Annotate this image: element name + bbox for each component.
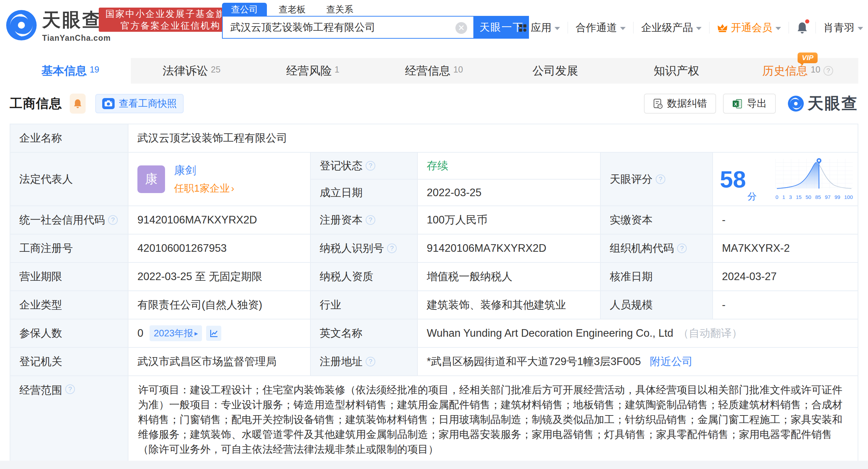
brand-domain: TianYanCha.com <box>42 34 111 43</box>
field-label-insured-count: 参保人数 <box>10 319 128 348</box>
field-value-taxpayer-id: 91420106MA7KXYRX2D <box>418 234 601 263</box>
tianyancha-logo[interactable]: 天眼查 TianYanCha.com <box>6 8 111 43</box>
field-label-paid-capital: 实缴资本 <box>601 206 713 234</box>
field-label-english-name: 英文名称 <box>311 319 418 348</box>
score-curve <box>775 158 853 191</box>
field-value-approval-date: 2024-03-27 <box>713 263 858 291</box>
tab-operating-info[interactable]: 经营信息 10 <box>373 58 494 84</box>
svg-text:X: X <box>734 101 737 106</box>
legal-rep-name-link[interactable]: 康剑 <box>174 163 234 178</box>
tab-count: 19 <box>90 65 99 75</box>
help-icon[interactable]: ? <box>366 357 375 366</box>
topbar: 天眼查 TianYanCha.com 国家中小企业发展子基金旗下 官方备案企业征… <box>0 0 868 58</box>
score-axis-labels: 0131550859799100 <box>775 194 853 200</box>
tab-history-info[interactable]: VIP 历史信息 10 ? <box>737 58 858 84</box>
notifications-button[interactable] <box>797 21 808 34</box>
camera-icon <box>102 98 115 109</box>
nav-user-menu[interactable]: 肖青羽 <box>823 21 863 35</box>
tab-basic-info[interactable]: 基本信息 19 <box>10 58 131 84</box>
tab-count: 25 <box>211 65 221 75</box>
help-icon[interactable]: ? <box>656 174 665 184</box>
help-icon[interactable]: ? <box>677 243 687 253</box>
search-tab-relation[interactable]: 查关系 <box>317 3 362 16</box>
field-value-tyc-score: 58 分 <box>713 153 858 206</box>
trend-chart-icon[interactable] <box>206 326 221 341</box>
field-label-reg-capital: 注册资本? <box>311 206 418 234</box>
search-tab-boss[interactable]: 查老板 <box>270 3 315 16</box>
company-section-tabs: 基本信息 19 法律诉讼 25 经营风险 1 经营信息 10 公司发展 知识产权… <box>10 58 858 84</box>
annual-report-badge[interactable]: 2023年报▸ <box>150 325 202 341</box>
search-input[interactable] <box>223 17 473 38</box>
help-icon[interactable]: ? <box>366 215 375 225</box>
tab-count: 10 <box>811 65 820 75</box>
nav-open-vip[interactable]: 开通会员 <box>717 21 781 35</box>
tab-operating-risk[interactable]: 经营风险 1 <box>252 58 373 84</box>
search-box: ✕ <box>222 16 474 39</box>
field-label-business-scope: 经营范围? <box>10 376 128 463</box>
score-value: 58 <box>720 168 746 191</box>
nav-enterprise-products[interactable]: 企业级产品 <box>641 21 702 35</box>
divider <box>568 22 568 34</box>
search-tab-company[interactable]: 查公司 <box>222 3 267 16</box>
data-correction-button[interactable]: 数据纠错 <box>644 94 716 114</box>
field-label-legal-rep: 法定代表人 <box>10 153 128 206</box>
field-value-business-scope: 许可项目：建设工程设计；住宅室内装饰装修（依法须经批准的项目，经相关部门批准后方… <box>128 376 858 463</box>
field-label-reg-number: 工商注册号 <box>10 234 128 263</box>
field-label-reg-address: 注册地址? <box>311 348 418 376</box>
nav-apps[interactable]: 应用 <box>518 21 560 35</box>
legal-rep-avatar[interactable]: 康 <box>137 165 165 193</box>
field-label-taxpayer-quality: 纳税人资质 <box>311 263 418 291</box>
field-label-tyc-score: 天眼评分? <box>601 153 713 206</box>
field-value-staff-size: - <box>713 291 858 319</box>
field-value-company-type: 有限责任公司(自然人独资) <box>128 291 311 319</box>
footer-strip <box>0 461 868 469</box>
divider <box>633 22 634 34</box>
triangle-right-icon: ▸ <box>194 329 198 337</box>
score-unit: 分 <box>748 190 757 205</box>
apps-grid-icon <box>518 23 528 32</box>
field-value-business-term: 2022-03-25 至 无固定期限 <box>128 263 311 291</box>
help-icon[interactable]: ? <box>65 384 75 394</box>
help-icon[interactable]: ? <box>387 243 397 253</box>
field-value-reg-authority: 武汉市武昌区市场监督管理局 <box>128 348 311 376</box>
tianyancha-logo-icon <box>788 95 804 112</box>
clear-search-icon[interactable]: ✕ <box>455 22 467 34</box>
nav-partner-channel[interactable]: 合作通道 <box>576 21 626 35</box>
subscribe-bell-button[interactable] <box>70 94 86 114</box>
nearby-companies-link[interactable]: 附近公司 <box>650 354 693 369</box>
top-navigation: 应用 合作通道 企业级产品 开通会员 <box>518 18 863 37</box>
field-value-english-name: Wuhan Yunding Art Decoration Engineering… <box>418 319 858 348</box>
chevron-down-icon <box>620 27 626 30</box>
certification-badge: 国家中小企业发展子基金旗下 官方备案企业征信机构 <box>99 8 242 32</box>
notification-dot <box>805 19 809 23</box>
field-label-establish-date: 成立日期 <box>311 180 418 206</box>
correction-doc-icon <box>653 98 663 109</box>
export-button[interactable]: X 导出 <box>723 94 776 114</box>
field-label-staff-size: 人员规模 <box>601 291 713 319</box>
divider <box>789 22 789 34</box>
section-header: 工商信息 查看工商快照 <box>10 93 858 115</box>
help-icon[interactable]: ? <box>108 215 118 225</box>
view-snapshot-button[interactable]: 查看工商快照 <box>95 94 184 113</box>
tianyancha-logo-icon <box>6 9 37 41</box>
tianyancha-watermark: 天眼查 <box>788 93 858 114</box>
field-value-org-code: MA7KXYRX-2 <box>713 234 858 263</box>
help-icon[interactable]: ? <box>366 161 375 171</box>
chevron-right-icon: › <box>231 183 234 194</box>
field-value-company-name: 武汉云顶艺设装饰工程有限公司 <box>128 124 858 153</box>
username: 肖青羽 <box>823 21 855 35</box>
field-value-reg-number: 420106001267953 <box>128 234 311 263</box>
field-label-business-term: 营业期限 <box>10 263 128 291</box>
tab-legal-litigation[interactable]: 法律诉讼 25 <box>131 58 252 84</box>
field-label-taxpayer-id: 纳税人识别号? <box>311 234 418 263</box>
legal-rep-companies-link[interactable]: 任职1家企业› <box>174 182 234 195</box>
tab-intellectual-property[interactable]: 知识产权 <box>616 58 737 84</box>
tab-company-development[interactable]: 公司发展 <box>495 58 616 84</box>
certification-line2: 官方备案企业征信机构 <box>120 20 221 31</box>
field-value-establish-date: 2022-03-25 <box>418 180 601 206</box>
help-icon[interactable]: ? <box>823 66 833 76</box>
bell-icon <box>73 98 82 109</box>
field-value-reg-address: *武昌区杨园街道和平大道729号1幢3层3F005 附近公司 <box>418 348 858 376</box>
field-value-taxpayer-quality: 增值税一般纳税人 <box>418 263 601 291</box>
field-label-company-type: 企业类型 <box>10 291 128 319</box>
